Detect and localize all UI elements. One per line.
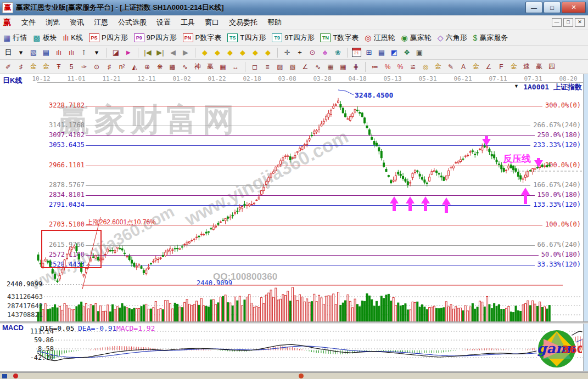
draw-tool-b-4[interactable]: ∠ [300, 62, 310, 72]
menu-item-file[interactable]: 文件 [16, 16, 41, 29]
toolbar2-icon-5[interactable]: ılı [66, 48, 76, 58]
toolbar2-icon-21[interactable]: + [295, 48, 305, 58]
toolbar2-icon-23[interactable]: ♣ [320, 48, 330, 58]
menu-item-help[interactable]: 帮助 [262, 16, 287, 29]
menu-item-settings[interactable]: 设置 [152, 16, 176, 29]
draw-tool-a-6[interactable]: ✑ [79, 62, 89, 72]
toolbar2-icon-12[interactable]: ◀ [168, 48, 178, 58]
menu-item-browse[interactable]: 浏览 [41, 16, 65, 29]
toolbar-p-square-button[interactable]: PSP四方形 [89, 33, 128, 43]
toolbar-kline-button[interactable]: ılıK线 [63, 33, 83, 43]
toolbar2-icon-29[interactable]: ❖ [402, 48, 412, 58]
menu-item-trade[interactable]: 交易委托 [224, 16, 262, 29]
draw-tool-a-2[interactable]: 金 [29, 62, 38, 72]
draw-tool-c-13[interactable]: 赢 [534, 62, 544, 72]
toolbar2-icon-30[interactable]: ▣ [415, 48, 424, 58]
toolbar-winner-service-button[interactable]: $赢家服务 [473, 33, 508, 43]
draw-tool-c-10[interactable]: F [496, 62, 506, 72]
menu-item-news[interactable]: 资讯 [65, 16, 89, 29]
toolbar-9p-square-button[interactable]: P99P四方形 [134, 33, 177, 43]
maximize-button[interactable]: □ [544, 2, 561, 13]
draw-tool-b-0[interactable]: ◻ [250, 62, 260, 72]
toolbar2-icon-14[interactable]: ◆ [200, 48, 210, 58]
draw-tool-a-9[interactable]: n² [117, 62, 127, 72]
toolbar2-icon-7[interactable]: ▾ [92, 48, 102, 58]
toolbar2-icon-10[interactable]: |◀ [143, 48, 153, 58]
toolbar2-icon-26[interactable]: ⊞ [364, 48, 374, 58]
draw-tool-a-13[interactable]: ▩ [167, 62, 177, 72]
draw-tool-c-4[interactable]: ◎ [421, 62, 430, 72]
toolbar-t-digit-table-button[interactable]: TNT数字表 [320, 33, 359, 43]
draw-tool-c-7[interactable]: A [458, 62, 468, 72]
draw-tool-b-7[interactable]: ▦ [338, 62, 348, 72]
draw-tool-b-2[interactable]: ▨ [275, 62, 285, 72]
draw-tool-a-1[interactable]: ♯ [16, 62, 26, 72]
draw-tool-b-8[interactable]: ⋕ [351, 62, 361, 72]
draw-tool-c-11[interactable]: 金 [509, 62, 519, 72]
draw-tool-a-11[interactable]: ⊕ [142, 62, 152, 72]
draw-tool-b-5[interactable]: ∿ [313, 62, 323, 72]
toolbar-p-digit-table-button[interactable]: PNP数字表 [183, 33, 222, 43]
draw-tool-c-0[interactable]: ≔ [370, 62, 380, 72]
draw-tool-a-10[interactable]: ◭ [130, 62, 139, 72]
draw-tool-a-3[interactable]: 金 [41, 62, 51, 72]
draw-tool-a-15[interactable]: 神 [193, 62, 203, 72]
toolbar2-icon-11[interactable]: ▶| [155, 48, 165, 58]
mdi-restore-button[interactable]: □ [563, 18, 573, 27]
toolbar2-icon-18[interactable]: ◆ [250, 48, 260, 58]
draw-tool-b-6[interactable]: ▦ [326, 62, 335, 72]
toolbar2-icon-28[interactable]: ◩ [389, 48, 399, 58]
draw-tool-a-4[interactable]: Ŧ [54, 62, 64, 72]
draw-tool-a-8[interactable]: ♯ [104, 62, 114, 72]
toolbar2-icon-17[interactable]: ◆ [238, 48, 248, 58]
close-button[interactable]: ✕ [562, 2, 586, 13]
minimize-button[interactable]: — [525, 2, 542, 13]
toolbar-winner-wheel-button[interactable]: ◉赢家轮 [401, 33, 432, 43]
draw-tool-b-1[interactable]: ≡ [262, 62, 272, 72]
toolbar2-icon-9[interactable]: ► [124, 48, 133, 58]
draw-tool-a-17[interactable]: ▦ [218, 62, 228, 72]
toolbar2-icon-16[interactable]: ◆ [225, 48, 235, 58]
toolbar2-icon-24[interactable]: ❀ [333, 48, 343, 58]
menu-item-window[interactable]: 窗口 [200, 16, 224, 29]
draw-tool-c-3[interactable]: ≌ [408, 62, 418, 72]
draw-tool-a-7[interactable]: ⊙ [92, 62, 102, 72]
toolbar-quotes-button[interactable]: ▦行情 [3, 33, 27, 43]
toolbar-t-square-button[interactable]: TST四方形 [227, 33, 266, 43]
draw-tool-c-1[interactable]: % [383, 62, 393, 72]
draw-tool-c-9[interactable]: ∠ [484, 62, 494, 72]
toolbar-sectors-button[interactable]: ▩板块 [33, 33, 57, 43]
toolbar2-icon-25[interactable]: 21 [352, 48, 361, 57]
draw-tool-a-18[interactable]: ↔ [231, 62, 240, 72]
menu-item-formula-picker[interactable]: 公式选股 [113, 16, 152, 29]
draw-tool-b-3[interactable]: ▧ [288, 62, 298, 72]
toolbar2-icon-6[interactable]: ⊺ [79, 48, 89, 58]
toolbar2-icon-4[interactable]: ılı [54, 48, 64, 58]
toolbar2-icon-0[interactable]: 日 [3, 48, 13, 58]
toolbar2-icon-8[interactable]: ◪ [111, 48, 121, 58]
draw-tool-c-12[interactable]: 速 [522, 62, 531, 72]
draw-tool-a-12[interactable]: ❋ [155, 62, 165, 72]
toolbar2-icon-3[interactable]: ▤ [41, 48, 51, 58]
toolbar2-icon-20[interactable]: ✛ [282, 48, 292, 58]
toolbar2-icon-13[interactable]: ▶ [181, 48, 191, 58]
draw-tool-a-14[interactable]: ∿ [180, 62, 190, 72]
toolbar2-icon-27[interactable]: ▤ [377, 48, 387, 58]
draw-tool-a-5[interactable]: 5 [66, 62, 76, 72]
toolbar2-icon-19[interactable]: ◆ [263, 48, 273, 58]
draw-tool-a-0[interactable]: ✐ [3, 62, 13, 72]
toolbar2-icon-1[interactable]: ▾ [16, 48, 26, 58]
menu-item-gann[interactable]: 江恩 [89, 16, 113, 29]
mdi-minimize-button[interactable]: — [552, 18, 562, 27]
mdi-close-button[interactable]: ✕ [575, 18, 585, 27]
toolbar2-icon-15[interactable]: ◆ [212, 48, 222, 58]
menu-item-tools[interactable]: 工具 [176, 16, 200, 29]
toolbar2-icon-2[interactable]: ▧ [29, 48, 38, 58]
toolbar-hexagon-button[interactable]: ◇六角形 [438, 33, 467, 43]
draw-tool-c-5[interactable]: 金 [433, 62, 443, 72]
draw-tool-c-2[interactable]: % [395, 62, 405, 72]
draw-tool-c-8[interactable]: 金 [471, 62, 481, 72]
toolbar2-icon-22[interactable]: ⊙ [307, 48, 317, 58]
toolbar-9t-square-button[interactable]: T99T四方形 [272, 33, 314, 43]
draw-tool-c-14[interactable]: 四 [547, 62, 557, 72]
